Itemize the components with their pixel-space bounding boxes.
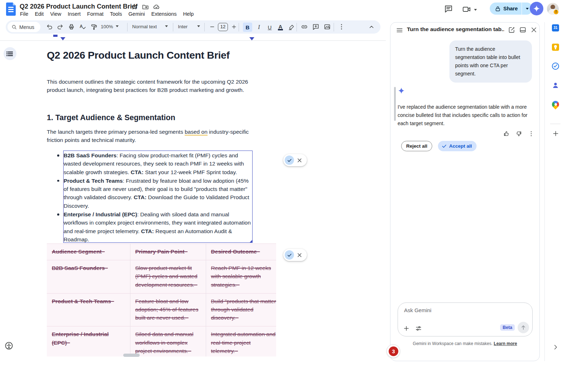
- gemini-disclaimer: Gemini in Workspace can make mistakes. L…: [390, 341, 539, 346]
- suggested-insertion-box[interactable]: B2B SaaS Founders: Facing slow product-m…: [63, 151, 253, 243]
- bullet-item-enterprise[interactable]: Enterprise / Industrial (EPC): Dealing w…: [64, 210, 252, 243]
- menu-file[interactable]: File: [17, 10, 31, 18]
- font-select[interactable]: Inter: [178, 24, 200, 29]
- hamburger-menu-icon[interactable]: [396, 27, 403, 34]
- increase-font-button[interactable]: [231, 24, 237, 30]
- contacts-icon[interactable]: [552, 82, 559, 89]
- keep-icon[interactable]: [552, 44, 559, 51]
- print-button[interactable]: [68, 23, 75, 30]
- doc-section-heading[interactable]: 1. Target Audience & Segmentation: [47, 113, 175, 122]
- tasks-icon[interactable]: [552, 63, 559, 70]
- menu-gemini[interactable]: Gemini: [125, 10, 148, 18]
- left-indent-marker[interactable]: [60, 37, 65, 40]
- add-comment-button[interactable]: [312, 23, 319, 30]
- bold-button[interactable]: B: [243, 23, 252, 32]
- accept-all-button[interactable]: Accept all: [438, 141, 477, 151]
- text-color-button[interactable]: A: [276, 23, 285, 32]
- more-options-icon[interactable]: [338, 23, 345, 30]
- menus-search-button[interactable]: Menus: [8, 22, 40, 32]
- highlight-color-button[interactable]: [287, 23, 296, 32]
- docs-logo-icon[interactable]: [6, 3, 16, 16]
- gemini-button[interactable]: [530, 2, 543, 15]
- table-cell[interactable]: Integrated automation and real-time proj…: [206, 326, 276, 356]
- redo-button[interactable]: [57, 23, 64, 30]
- table-cell[interactable]: B2B SaaS Founders: [47, 260, 130, 294]
- table-cell[interactable]: Enterprise / Industrial (EPC): [47, 326, 130, 356]
- paint-format-button[interactable]: [90, 23, 98, 30]
- section-text: The launch targets three primary persona…: [47, 129, 185, 135]
- thumbs-down-icon[interactable]: [515, 131, 522, 137]
- reject-suggestion-icon[interactable]: [297, 252, 302, 258]
- table-header-cell[interactable]: Primary Pain Point: [130, 244, 206, 260]
- calendar-icon[interactable]: 31: [552, 24, 559, 31]
- comment-history-icon[interactable]: [444, 4, 453, 13]
- decrease-font-button[interactable]: [209, 24, 215, 30]
- suggestions-count-badge[interactable]: 3: [387, 344, 400, 358]
- spellcheck-button[interactable]: A: [79, 23, 86, 30]
- menu-help[interactable]: Help: [180, 10, 197, 18]
- response-more-options-icon[interactable]: [528, 131, 534, 137]
- add-addon-icon[interactable]: [552, 130, 559, 137]
- font-size-field[interactable]: 12: [218, 23, 228, 31]
- menu-tools[interactable]: Tools: [107, 10, 125, 18]
- table-cell[interactable]: Build "products that matter" through val…: [206, 293, 276, 326]
- paragraph-style-select[interactable]: Normal text: [132, 24, 168, 29]
- move-folder-icon[interactable]: [142, 3, 149, 10]
- first-line-indent-marker[interactable]: [53, 35, 58, 37]
- tune-icon[interactable]: [415, 325, 422, 332]
- add-attachment-icon[interactable]: [403, 325, 410, 332]
- menu-extensions[interactable]: Extensions: [148, 10, 180, 18]
- document-outline-button[interactable]: [4, 47, 16, 60]
- menu-edit[interactable]: Edit: [31, 10, 47, 18]
- underline-button[interactable]: U: [265, 23, 274, 32]
- thumbs-up-icon[interactable]: [503, 131, 510, 137]
- accessibility-icon[interactable]: [5, 341, 13, 350]
- insert-image-button[interactable]: [324, 23, 331, 30]
- right-indent-marker[interactable]: [249, 37, 254, 40]
- italic-button[interactable]: I: [254, 23, 264, 32]
- zoom-select[interactable]: 100%: [101, 24, 119, 29]
- table-cell[interactable]: Product & Tech Teams: [47, 293, 130, 326]
- close-icon[interactable]: [530, 26, 537, 33]
- video-call-icon[interactable]: [462, 5, 471, 14]
- maps-icon[interactable]: [550, 99, 560, 109]
- ask-gemini-input[interactable]: [404, 307, 504, 313]
- doc-intro-paragraph[interactable]: This document outlines the strategic con…: [47, 78, 253, 94]
- doc-heading-title[interactable]: Q2 2026 Product Launch Content Brief: [47, 49, 241, 62]
- accept-suggestion-icon[interactable]: [285, 250, 294, 260]
- table-scroll-handle[interactable]: [123, 354, 140, 357]
- new-chat-icon[interactable]: [508, 26, 515, 33]
- menu-insert[interactable]: Insert: [65, 10, 84, 18]
- panel-resize-handle[interactable]: [394, 87, 396, 121]
- learn-more-link[interactable]: Learn more: [494, 341, 517, 346]
- table-cell[interactable]: Reach PMF in 12 weeks with scalable grow…: [206, 260, 276, 294]
- menu-view[interactable]: View: [47, 10, 64, 18]
- cloud-saved-icon[interactable]: [153, 3, 160, 10]
- table-cell[interactable]: Siloed data and manual workflows in comp…: [130, 326, 206, 356]
- table-cell[interactable]: Slow product-market fit (PMF) cycles and…: [130, 260, 206, 294]
- send-button[interactable]: [518, 322, 529, 333]
- accept-suggestion-icon[interactable]: [285, 156, 294, 165]
- ruler[interactable]: [0, 34, 386, 41]
- grammar-suggestion-underline[interactable]: based on: [185, 129, 208, 136]
- insert-link-button[interactable]: [301, 23, 308, 30]
- bullet-item-saas-founders[interactable]: B2B SaaS Founders: Facing slow product-m…: [64, 151, 252, 176]
- share-button[interactable]: Share: [490, 3, 533, 15]
- hide-panel-chevron-icon[interactable]: [552, 344, 559, 350]
- dock-panel-icon[interactable]: [519, 26, 526, 33]
- table-cell[interactable]: Feature bloat and low adoption; 45% of f…: [130, 293, 206, 326]
- menu-format[interactable]: Format: [84, 10, 107, 18]
- table-header-cell[interactable]: Desired Outcome: [206, 244, 276, 260]
- undo-button[interactable]: [46, 23, 53, 30]
- star-icon[interactable]: [131, 3, 138, 10]
- collapse-toolbar-icon[interactable]: [368, 23, 375, 30]
- table-header-cell[interactable]: Audience Segment: [47, 244, 130, 260]
- reject-all-button[interactable]: Reject all: [401, 141, 432, 151]
- ask-gemini-input-card[interactable]: Beta: [398, 302, 533, 336]
- doc-section-paragraph[interactable]: The launch targets three primary persona…: [47, 128, 253, 144]
- deleted-table[interactable]: Audience Segment Primary Pain Point Desi…: [47, 243, 276, 356]
- video-call-caret-icon[interactable]: [474, 9, 477, 12]
- bullet-item-product-tech[interactable]: Product & Tech Teams: Frustrated by feat…: [64, 176, 252, 210]
- document-title[interactable]: Q2 2026 Product Launch Content Brief: [20, 2, 138, 11]
- reject-suggestion-icon[interactable]: [297, 158, 302, 163]
